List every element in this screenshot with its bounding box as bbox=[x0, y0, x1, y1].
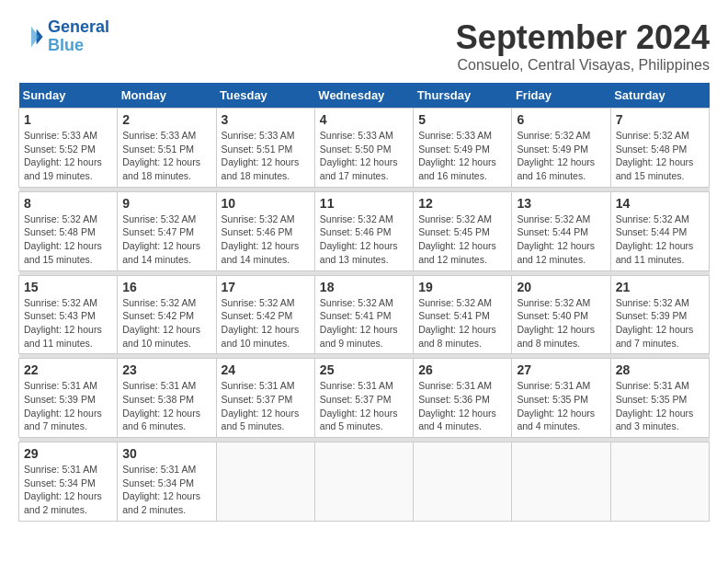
day-number: 17 bbox=[222, 280, 310, 294]
day-info: Sunrise: 5:32 AM Sunset: 5:49 PM Dayligh… bbox=[517, 129, 605, 183]
day-cell: 17 Sunrise: 5:32 AM Sunset: 5:42 PM Dayl… bbox=[216, 275, 314, 354]
day-info: Sunrise: 5:33 AM Sunset: 5:52 PM Dayligh… bbox=[24, 129, 112, 183]
day-info: Sunrise: 5:31 AM Sunset: 5:34 PM Dayligh… bbox=[24, 463, 112, 517]
col-monday: Monday bbox=[118, 83, 216, 109]
day-cell: 25 Sunrise: 5:31 AM Sunset: 5:37 PM Dayl… bbox=[314, 359, 413, 438]
day-number: 28 bbox=[616, 362, 704, 377]
day-info: Sunrise: 5:31 AM Sunset: 5:36 PM Dayligh… bbox=[418, 379, 506, 433]
day-cell: 4 Sunrise: 5:33 AM Sunset: 5:50 PM Dayli… bbox=[314, 109, 413, 188]
day-cell: 26 Sunrise: 5:31 AM Sunset: 5:36 PM Dayl… bbox=[414, 359, 512, 438]
day-info: Sunrise: 5:31 AM Sunset: 5:35 PM Dayligh… bbox=[517, 379, 605, 433]
day-number: 5 bbox=[418, 112, 506, 127]
day-number: 6 bbox=[517, 112, 605, 127]
day-number: 12 bbox=[418, 196, 506, 211]
day-cell: 27 Sunrise: 5:31 AM Sunset: 5:35 PM Dayl… bbox=[512, 359, 610, 438]
day-number: 30 bbox=[122, 446, 210, 461]
col-friday: Friday bbox=[512, 83, 610, 109]
day-info: Sunrise: 5:31 AM Sunset: 5:37 PM Dayligh… bbox=[320, 379, 408, 433]
day-cell: 16 Sunrise: 5:32 AM Sunset: 5:42 PM Dayl… bbox=[118, 275, 216, 354]
month-title: September 2024 bbox=[456, 18, 710, 57]
day-cell bbox=[512, 442, 610, 522]
day-info: Sunrise: 5:31 AM Sunset: 5:35 PM Dayligh… bbox=[616, 379, 704, 433]
col-thursday: Thursday bbox=[414, 83, 512, 109]
day-info: Sunrise: 5:32 AM Sunset: 5:48 PM Dayligh… bbox=[616, 129, 704, 183]
day-cell bbox=[314, 442, 413, 522]
logo-icon bbox=[18, 24, 44, 50]
day-number: 27 bbox=[517, 362, 605, 377]
day-number: 26 bbox=[418, 362, 506, 377]
week-row-3: 15 Sunrise: 5:32 AM Sunset: 5:43 PM Dayl… bbox=[19, 275, 710, 354]
day-cell: 19 Sunrise: 5:32 AM Sunset: 5:41 PM Dayl… bbox=[414, 275, 512, 354]
day-number: 14 bbox=[616, 196, 704, 211]
week-row-4: 22 Sunrise: 5:31 AM Sunset: 5:39 PM Dayl… bbox=[19, 359, 710, 438]
day-number: 25 bbox=[320, 362, 408, 377]
day-info: Sunrise: 5:32 AM Sunset: 5:46 PM Dayligh… bbox=[222, 213, 310, 267]
col-sunday: Sunday bbox=[19, 83, 118, 109]
week-row-2: 8 Sunrise: 5:32 AM Sunset: 5:48 PM Dayli… bbox=[19, 191, 710, 270]
day-cell: 6 Sunrise: 5:32 AM Sunset: 5:49 PM Dayli… bbox=[512, 109, 610, 188]
location-title: Consuelo, Central Visayas, Philippines bbox=[456, 57, 710, 74]
day-cell: 10 Sunrise: 5:32 AM Sunset: 5:46 PM Dayl… bbox=[216, 191, 314, 270]
day-number: 18 bbox=[320, 280, 408, 294]
page-header: General Blue September 2024 Consuelo, Ce… bbox=[18, 18, 710, 74]
day-cell: 9 Sunrise: 5:32 AM Sunset: 5:47 PM Dayli… bbox=[118, 191, 216, 270]
day-cell: 29 Sunrise: 5:31 AM Sunset: 5:34 PM Dayl… bbox=[19, 442, 118, 522]
day-number: 1 bbox=[24, 112, 112, 127]
day-info: Sunrise: 5:32 AM Sunset: 5:42 PM Dayligh… bbox=[122, 296, 210, 350]
day-cell: 30 Sunrise: 5:31 AM Sunset: 5:34 PM Dayl… bbox=[118, 442, 216, 522]
day-cell bbox=[610, 442, 709, 522]
day-info: Sunrise: 5:32 AM Sunset: 5:40 PM Dayligh… bbox=[517, 296, 605, 350]
day-info: Sunrise: 5:33 AM Sunset: 5:51 PM Dayligh… bbox=[222, 129, 310, 183]
day-cell: 13 Sunrise: 5:32 AM Sunset: 5:44 PM Dayl… bbox=[512, 191, 610, 270]
day-info: Sunrise: 5:32 AM Sunset: 5:39 PM Dayligh… bbox=[616, 296, 704, 350]
day-number: 15 bbox=[24, 280, 112, 294]
day-info: Sunrise: 5:33 AM Sunset: 5:51 PM Dayligh… bbox=[122, 129, 210, 183]
day-cell: 11 Sunrise: 5:32 AM Sunset: 5:46 PM Dayl… bbox=[314, 191, 413, 270]
day-info: Sunrise: 5:32 AM Sunset: 5:41 PM Dayligh… bbox=[418, 296, 506, 350]
day-cell: 23 Sunrise: 5:31 AM Sunset: 5:38 PM Dayl… bbox=[118, 359, 216, 438]
day-number: 13 bbox=[517, 196, 605, 211]
day-cell: 2 Sunrise: 5:33 AM Sunset: 5:51 PM Dayli… bbox=[118, 109, 216, 188]
day-cell: 3 Sunrise: 5:33 AM Sunset: 5:51 PM Dayli… bbox=[216, 109, 314, 188]
day-info: Sunrise: 5:32 AM Sunset: 5:44 PM Dayligh… bbox=[517, 213, 605, 267]
day-number: 7 bbox=[616, 112, 704, 127]
day-number: 9 bbox=[122, 196, 210, 211]
day-number: 16 bbox=[122, 280, 210, 294]
day-cell: 8 Sunrise: 5:32 AM Sunset: 5:48 PM Dayli… bbox=[19, 191, 118, 270]
logo-line2: Blue bbox=[48, 36, 84, 54]
day-cell: 1 Sunrise: 5:33 AM Sunset: 5:52 PM Dayli… bbox=[19, 109, 118, 188]
day-info: Sunrise: 5:32 AM Sunset: 5:47 PM Dayligh… bbox=[122, 213, 210, 267]
day-cell bbox=[414, 442, 512, 522]
day-number: 21 bbox=[616, 280, 704, 294]
day-number: 19 bbox=[418, 280, 506, 294]
day-number: 11 bbox=[320, 196, 408, 211]
day-cell: 20 Sunrise: 5:32 AM Sunset: 5:40 PM Dayl… bbox=[512, 275, 610, 354]
day-number: 10 bbox=[222, 196, 310, 211]
day-number: 2 bbox=[122, 112, 210, 127]
week-row-1: 1 Sunrise: 5:33 AM Sunset: 5:52 PM Dayli… bbox=[19, 109, 710, 188]
col-saturday: Saturday bbox=[610, 83, 709, 109]
logo-text: General Blue bbox=[48, 18, 109, 55]
col-tuesday: Tuesday bbox=[216, 83, 314, 109]
day-info: Sunrise: 5:32 AM Sunset: 5:48 PM Dayligh… bbox=[24, 213, 112, 267]
day-info: Sunrise: 5:33 AM Sunset: 5:49 PM Dayligh… bbox=[418, 129, 506, 183]
day-info: Sunrise: 5:32 AM Sunset: 5:41 PM Dayligh… bbox=[320, 296, 408, 350]
day-cell: 22 Sunrise: 5:31 AM Sunset: 5:39 PM Dayl… bbox=[19, 359, 118, 438]
day-cell: 15 Sunrise: 5:32 AM Sunset: 5:43 PM Dayl… bbox=[19, 275, 118, 354]
day-cell: 12 Sunrise: 5:32 AM Sunset: 5:45 PM Dayl… bbox=[414, 191, 512, 270]
day-info: Sunrise: 5:32 AM Sunset: 5:46 PM Dayligh… bbox=[320, 213, 408, 267]
day-cell: 24 Sunrise: 5:31 AM Sunset: 5:37 PM Dayl… bbox=[216, 359, 314, 438]
day-info: Sunrise: 5:33 AM Sunset: 5:50 PM Dayligh… bbox=[320, 129, 408, 183]
day-info: Sunrise: 5:32 AM Sunset: 5:42 PM Dayligh… bbox=[222, 296, 310, 350]
day-number: 20 bbox=[517, 280, 605, 294]
logo-line1: General bbox=[48, 17, 109, 36]
day-info: Sunrise: 5:32 AM Sunset: 5:44 PM Dayligh… bbox=[616, 213, 704, 267]
day-info: Sunrise: 5:31 AM Sunset: 5:38 PM Dayligh… bbox=[122, 379, 210, 433]
day-number: 4 bbox=[320, 112, 408, 127]
day-cell bbox=[216, 442, 314, 522]
col-wednesday: Wednesday bbox=[314, 83, 413, 109]
day-cell: 28 Sunrise: 5:31 AM Sunset: 5:35 PM Dayl… bbox=[610, 359, 709, 438]
calendar-table: Sunday Monday Tuesday Wednesday Thursday… bbox=[18, 83, 710, 522]
logo: General Blue bbox=[18, 18, 109, 55]
day-cell: 18 Sunrise: 5:32 AM Sunset: 5:41 PM Dayl… bbox=[314, 275, 413, 354]
